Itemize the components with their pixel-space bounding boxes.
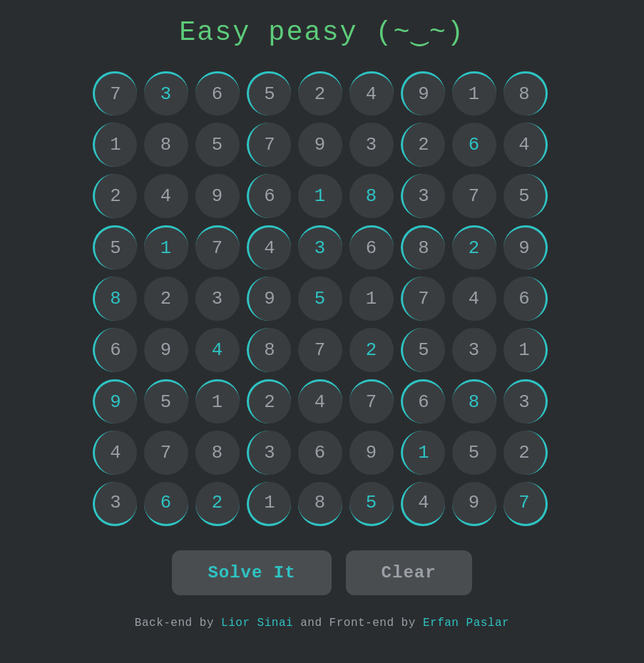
- cell-r0-c8[interactable]: 8: [504, 71, 548, 115]
- cell-r0-c5[interactable]: 4: [349, 71, 394, 115]
- footer-middle: and Front-end by: [293, 617, 423, 629]
- cell-r3-c8[interactable]: 9: [504, 225, 548, 269]
- cell-r4-c7[interactable]: 4: [452, 277, 496, 321]
- cell-r7-c5[interactable]: 9: [349, 431, 394, 475]
- cell-r6-c1[interactable]: 5: [144, 379, 188, 423]
- backend-author: Lior Sinai: [221, 617, 293, 629]
- cell-r5-c0[interactable]: 6: [93, 328, 137, 372]
- cell-r1-c4[interactable]: 9: [298, 123, 342, 167]
- cell-r5-c8[interactable]: 1: [504, 328, 548, 372]
- cell-r7-c1[interactable]: 7: [144, 431, 188, 475]
- clear-button[interactable]: Clear: [346, 550, 472, 595]
- cell-r1-c7[interactable]: 6: [452, 123, 496, 167]
- cell-r0-c1[interactable]: 3: [144, 71, 188, 115]
- cell-r7-c4[interactable]: 6: [298, 431, 342, 475]
- cell-r0-c7[interactable]: 1: [452, 71, 496, 115]
- cell-r5-c6[interactable]: 5: [401, 328, 445, 372]
- solve-button[interactable]: Solve It: [172, 550, 331, 595]
- cell-r6-c0[interactable]: 9: [93, 379, 137, 423]
- cell-r7-c2[interactable]: 8: [195, 431, 240, 475]
- cell-r2-c8[interactable]: 5: [504, 174, 548, 218]
- cell-r7-c8[interactable]: 2: [504, 431, 548, 475]
- cell-r2-c0[interactable]: 2: [93, 174, 137, 218]
- cell-r6-c2[interactable]: 1: [195, 379, 240, 423]
- cell-r3-c4[interactable]: 3: [298, 225, 342, 269]
- cell-r6-c3[interactable]: 2: [247, 379, 291, 423]
- frontend-author: Erfan Paslar: [423, 617, 509, 629]
- cell-r8-c8[interactable]: 7: [504, 482, 548, 526]
- cell-r8-c2[interactable]: 2: [195, 482, 240, 526]
- cell-r5-c1[interactable]: 9: [144, 328, 188, 372]
- cell-r5-c2[interactable]: 4: [195, 328, 240, 372]
- cell-r2-c6[interactable]: 3: [401, 174, 445, 218]
- cell-r8-c4[interactable]: 8: [298, 482, 342, 526]
- cell-r4-c3[interactable]: 9: [247, 277, 291, 321]
- cell-r8-c0[interactable]: 3: [93, 482, 137, 526]
- cell-r1-c8[interactable]: 4: [504, 123, 548, 167]
- cell-r7-c7[interactable]: 5: [452, 431, 496, 475]
- cell-r6-c5[interactable]: 7: [349, 379, 394, 423]
- cell-r3-c6[interactable]: 8: [401, 225, 445, 269]
- cell-r0-c0[interactable]: 7: [93, 71, 137, 115]
- cell-r6-c8[interactable]: 3: [504, 379, 548, 423]
- cell-r1-c6[interactable]: 2: [401, 123, 445, 167]
- cell-r3-c5[interactable]: 6: [349, 225, 394, 269]
- cell-r2-c3[interactable]: 6: [247, 174, 291, 218]
- cell-r4-c1[interactable]: 2: [144, 277, 188, 321]
- cell-r0-c4[interactable]: 2: [298, 71, 342, 115]
- cell-r3-c7[interactable]: 2: [452, 225, 496, 269]
- cell-r4-c6[interactable]: 7: [401, 277, 445, 321]
- cell-r0-c2[interactable]: 6: [195, 71, 240, 115]
- cell-r1-c5[interactable]: 3: [349, 123, 394, 167]
- footer: Back-end by Lior Sinai and Front-end by …: [135, 617, 509, 629]
- cell-r2-c2[interactable]: 9: [195, 174, 240, 218]
- page-title: Easy peasy (~‿~): [179, 14, 465, 48]
- cell-r1-c1[interactable]: 8: [144, 123, 188, 167]
- cell-r3-c1[interactable]: 1: [144, 225, 188, 269]
- cell-r7-c3[interactable]: 3: [247, 431, 291, 475]
- cell-r2-c1[interactable]: 4: [144, 174, 188, 218]
- cell-r2-c5[interactable]: 8: [349, 174, 394, 218]
- sudoku-grid: 7365249181857932642496183755174368298239…: [87, 66, 558, 536]
- cell-r6-c7[interactable]: 8: [452, 379, 496, 423]
- cell-r8-c1[interactable]: 6: [144, 482, 188, 526]
- cell-r8-c7[interactable]: 9: [452, 482, 496, 526]
- cell-r4-c2[interactable]: 3: [195, 277, 240, 321]
- cell-r3-c3[interactable]: 4: [247, 225, 291, 269]
- cell-r4-c4[interactable]: 5: [298, 277, 342, 321]
- cell-r5-c3[interactable]: 8: [247, 328, 291, 372]
- cell-r7-c0[interactable]: 4: [93, 431, 137, 475]
- cell-r5-c7[interactable]: 3: [452, 328, 496, 372]
- cell-r2-c7[interactable]: 7: [452, 174, 496, 218]
- cell-r8-c5[interactable]: 5: [349, 482, 394, 526]
- cell-r4-c5[interactable]: 1: [349, 277, 394, 321]
- cell-r5-c5[interactable]: 2: [349, 328, 394, 372]
- action-buttons: Solve It Clear: [172, 550, 471, 595]
- cell-r0-c6[interactable]: 9: [401, 71, 445, 115]
- cell-r1-c0[interactable]: 1: [93, 123, 137, 167]
- cell-r1-c2[interactable]: 5: [195, 123, 240, 167]
- cell-r8-c3[interactable]: 1: [247, 482, 291, 526]
- cell-r4-c8[interactable]: 6: [504, 277, 548, 321]
- cell-r4-c0[interactable]: 8: [93, 277, 137, 321]
- cell-r1-c3[interactable]: 7: [247, 123, 291, 167]
- cell-r3-c2[interactable]: 7: [195, 225, 240, 269]
- cell-r2-c4[interactable]: 1: [298, 174, 342, 218]
- cell-r7-c6[interactable]: 1: [401, 431, 445, 475]
- cell-r0-c3[interactable]: 5: [247, 71, 291, 115]
- footer-prefix: Back-end by: [135, 617, 221, 629]
- cell-r3-c0[interactable]: 5: [93, 225, 137, 269]
- cell-r5-c4[interactable]: 7: [298, 328, 342, 372]
- cell-r6-c6[interactable]: 6: [401, 379, 445, 423]
- cell-r6-c4[interactable]: 4: [298, 379, 342, 423]
- cell-r8-c6[interactable]: 4: [401, 482, 445, 526]
